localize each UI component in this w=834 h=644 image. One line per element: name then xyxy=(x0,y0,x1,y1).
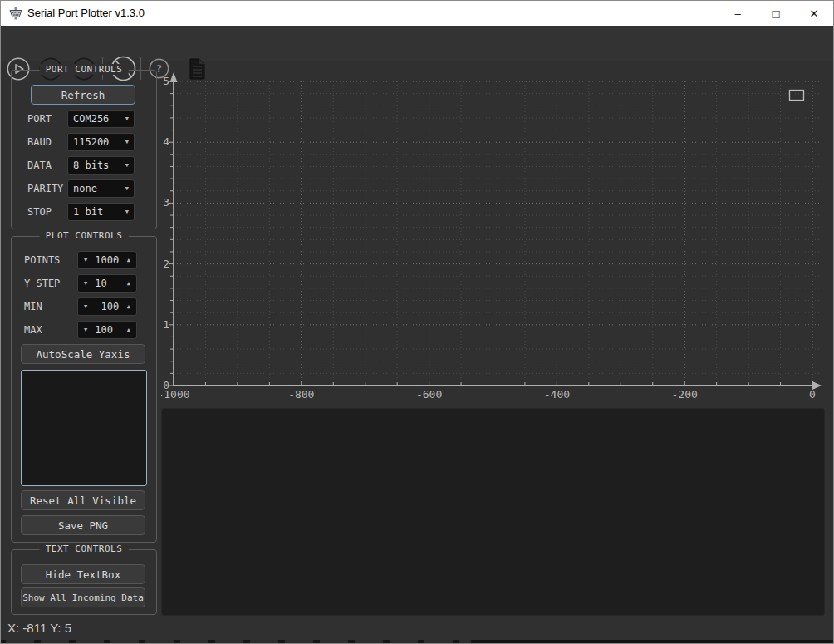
app-icon xyxy=(8,7,23,20)
close-button[interactable]: ✕ xyxy=(795,1,833,26)
spin-up-icon[interactable]: ▲ xyxy=(127,257,130,263)
svg-text:-400: -400 xyxy=(544,388,570,401)
text-controls-title: TEXT CONTROLS xyxy=(40,543,129,554)
baud-value: 115200 xyxy=(73,136,109,148)
svg-text:-1000: -1000 xyxy=(161,388,190,401)
max-label: MAX xyxy=(24,324,42,336)
svg-text:3: 3 xyxy=(163,196,169,209)
spin-down-icon[interactable]: ▼ xyxy=(84,327,87,333)
port-controls-title: PORT CONTROLS xyxy=(40,64,129,75)
min-label: MIN xyxy=(24,301,42,312)
svg-text:1: 1 xyxy=(163,318,169,331)
window-title: Serial Port Plotter v1.3.0 xyxy=(27,7,145,19)
svg-text:0: 0 xyxy=(809,388,816,401)
points-spinner[interactable]: ▼ 1000 ▲ xyxy=(77,251,137,269)
spin-up-icon[interactable]: ▲ xyxy=(127,327,130,333)
incoming-data-textbox[interactable] xyxy=(161,408,825,616)
show-all-incoming-data-button[interactable]: Show All Incoming Data xyxy=(21,587,145,607)
cursor-coordinates: X: -811 Y: 5 xyxy=(7,621,71,635)
spin-down-icon[interactable]: ▼ xyxy=(84,303,87,310)
plot-canvas[interactable]: 012345-1000-800-600-400-2000 xyxy=(161,71,826,404)
points-value: 1000 xyxy=(95,254,119,266)
taskbar-sliver-segments xyxy=(6,640,471,644)
svg-text:5: 5 xyxy=(163,75,169,87)
dropdown-arrow-icon: ▼ xyxy=(125,116,129,122)
maximize-button[interactable]: □ xyxy=(757,1,795,27)
spin-down-icon[interactable]: ▼ xyxy=(84,257,87,263)
channel-listbox[interactable] xyxy=(21,370,147,486)
parity-value: none xyxy=(73,183,97,194)
data-bits-value: 8 bits xyxy=(73,160,109,171)
reset-all-visible-button[interactable]: Reset All Visible xyxy=(21,490,145,510)
toolbar: ? xyxy=(1,26,833,61)
save-png-button[interactable]: Save PNG xyxy=(21,515,145,535)
parity-label: PARITY xyxy=(27,183,63,194)
dropdown-arrow-icon: ▼ xyxy=(125,209,129,215)
app-window: Serial Port Plotter v1.3.0 – □ ✕ xyxy=(0,0,834,644)
parity-select[interactable]: none ▼ xyxy=(67,179,135,198)
max-spinner[interactable]: ▼ 100 ▲ xyxy=(77,321,137,339)
ystep-value: 10 xyxy=(95,278,106,289)
points-label: POINTS xyxy=(24,254,60,266)
svg-text:-800: -800 xyxy=(288,388,314,401)
refresh-button[interactable]: Refresh xyxy=(31,85,135,105)
hide-textbox-button[interactable]: Hide TextBox xyxy=(21,564,145,584)
min-spinner[interactable]: ▼ -100 ▲ xyxy=(77,297,137,316)
minimize-button[interactable]: – xyxy=(719,1,757,26)
port-label: PORT xyxy=(27,113,52,125)
data-bits-select[interactable]: 8 bits ▼ xyxy=(67,156,135,175)
taskbar-sliver xyxy=(1,640,833,644)
spin-up-icon[interactable]: ▲ xyxy=(127,280,130,287)
autoscale-yaxis-button[interactable]: AutoScale Yaxis xyxy=(21,344,145,364)
stop-bits-value: 1 bit xyxy=(73,206,103,218)
svg-text:2: 2 xyxy=(163,258,169,270)
stop-bits-label: STOP xyxy=(27,206,52,218)
port-select[interactable]: COM256 ▼ xyxy=(67,110,135,128)
svg-text:4: 4 xyxy=(163,135,169,148)
dropdown-arrow-icon: ▼ xyxy=(125,139,129,145)
stop-bits-select[interactable]: 1 bit ▼ xyxy=(67,203,135,221)
svg-text:-600: -600 xyxy=(416,388,442,401)
baud-label: BAUD xyxy=(27,136,52,148)
port-value: COM256 xyxy=(73,113,109,125)
max-value: 100 xyxy=(95,324,113,336)
titlebar: Serial Port Plotter v1.3.0 – □ ✕ xyxy=(1,1,833,26)
data-bits-label: DATA xyxy=(27,160,52,171)
spin-down-icon[interactable]: ▼ xyxy=(84,280,87,287)
dropdown-arrow-icon: ▼ xyxy=(125,162,129,169)
spin-up-icon[interactable]: ▲ xyxy=(127,303,130,310)
svg-text:-200: -200 xyxy=(672,388,698,401)
ystep-spinner[interactable]: ▼ 10 ▲ xyxy=(77,274,137,293)
min-value: -100 xyxy=(95,301,119,312)
dropdown-arrow-icon: ▼ xyxy=(125,185,129,192)
window-controls: – □ ✕ xyxy=(719,1,833,26)
baud-select[interactable]: 115200 ▼ xyxy=(67,133,135,151)
plot-controls-title: PLOT CONTROLS xyxy=(40,230,129,241)
ystep-label: Y STEP xyxy=(24,278,60,289)
